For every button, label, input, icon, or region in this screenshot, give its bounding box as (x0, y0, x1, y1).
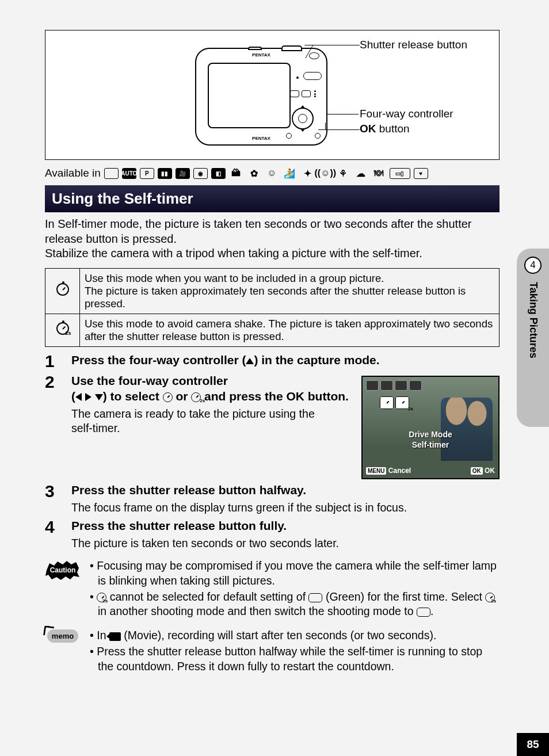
caution-item-1: Focusing may be compromised if you move … (98, 559, 500, 588)
brand-top: PENTAX (252, 52, 270, 58)
brand-bottom: PENTAX (252, 136, 270, 141)
available-in-row: Available in AUTO P ▮▮ 🎥 ◉ ◧ 🏔 ✿ ☺ 🏄 ✦ (… (45, 167, 500, 180)
timer-2s-icon (191, 392, 201, 402)
timer-10s-desc: Use this mode when you want to be includ… (80, 268, 500, 314)
mode-portrait-icon: ☺ (265, 168, 279, 179)
step-4-number: 4 (45, 518, 61, 551)
mode-kids-icon: ⚘ (336, 168, 350, 179)
mode-sr-icon: ((☺)) (318, 168, 333, 179)
page-number: 85 (517, 733, 549, 756)
timer-2s-icon: 2s (45, 314, 80, 346)
intro-text: In Self-timer mode, the picture is taken… (45, 217, 500, 261)
camera-back-diagram: PENTAX PENTAX (195, 48, 327, 146)
mode-landscape-portrait-icon: ◧ (211, 168, 226, 179)
available-label: Available in (45, 167, 101, 180)
mode-flower-icon: ✿ (247, 168, 261, 179)
timer-2s-icon (485, 593, 495, 602)
page-content: PENTAX PENTAX Shutter release button Fou… (45, 30, 500, 675)
lcd-screenshot: Drive Mode Self-timer MENU Cancel OK OK (361, 376, 500, 479)
memo-item-1: In (Movie), recording will start after t… (98, 628, 500, 643)
mode-frame-icon: ▭▯ (390, 168, 410, 179)
movie-icon (109, 632, 121, 641)
callout-ok: OK button (360, 123, 410, 135)
step-3-number: 3 (45, 483, 61, 515)
chapter-title: Taking Pictures (527, 282, 539, 358)
mode-voice-icon: ◉ (193, 168, 208, 179)
caution-item-2: cannot be selected for default setting o… (98, 590, 500, 619)
mode-food-icon: 🍽 (372, 168, 386, 179)
step-4-desc: The picture is taken ten seconds or two … (71, 536, 500, 551)
timer-10s-icon (45, 268, 80, 314)
mode-program-icon: P (140, 168, 154, 179)
left-arrow-icon (75, 393, 82, 401)
steps-list: 1 Press the four-way controller () in th… (45, 353, 500, 551)
mode-pet-icon: ☁ (354, 168, 368, 179)
caution-badge-icon: Caution (45, 559, 81, 620)
camera-illustration: PENTAX PENTAX Shutter release button Fou… (45, 30, 500, 160)
green-mode-icon (417, 608, 430, 617)
step-1-number: 1 (45, 353, 61, 370)
step-4-title: Press the shutter release button fully. (71, 518, 500, 534)
mode-landscape-icon: 🏔 (229, 168, 243, 179)
step-1-title: Press the four-way controller () in the … (71, 353, 500, 368)
memo-item-2: Press the shutter release button halfway… (98, 644, 500, 674)
mode-surf-icon: 🏄 (283, 168, 297, 179)
memo-badge-icon: memo (45, 628, 81, 675)
timer-icon (163, 392, 173, 402)
screen-drive-mode: Drive Mode (363, 430, 498, 439)
ok-text: OK (286, 390, 304, 403)
green-mode-icon (308, 593, 322, 602)
section-heading: Using the Self-timer (45, 185, 500, 212)
screen-menu-cancel: MENU Cancel (366, 467, 411, 475)
step-2-desc: The camera is ready to take the picture … (71, 407, 319, 436)
memo-label: memo (47, 629, 78, 643)
right-arrow-icon (85, 393, 92, 401)
chapter-number: 4 (524, 257, 542, 274)
chapter-tab: 4 Taking Pictures (517, 249, 549, 427)
svg-text:Caution: Caution (50, 566, 76, 574)
step-3-title: Press the shutter release button halfway… (71, 483, 348, 498)
mode-movie-icon: 🎥 (176, 168, 190, 179)
screen-ok-ok: OK OK (471, 467, 495, 475)
mode-digital-sr-icon: ✦ (300, 168, 315, 179)
callout-fourway: Four-way controller (360, 108, 453, 120)
caution-block: Caution Focusing may be compromised if y… (45, 559, 500, 620)
mode-night-icon: ▮▮ (158, 168, 172, 179)
timer-2s-desc: Use this mode to avoid camera shake. The… (80, 314, 500, 346)
up-arrow-icon (246, 358, 254, 364)
timer-2s-icon (97, 593, 106, 602)
callout-shutter: Shutter release button (360, 39, 467, 51)
mode-green-icon (104, 168, 119, 179)
screen-self-timer: Self-timer (363, 440, 498, 449)
timer-modes-table: Use this mode when you want to be includ… (45, 268, 500, 347)
step-3-desc: The focus frame on the display turns gre… (71, 501, 500, 515)
step-2-number: 2 (45, 373, 61, 479)
down-arrow-icon (95, 394, 103, 400)
mode-auto-pict-icon: AUTO (122, 168, 136, 179)
memo-block: memo In (Movie), recording will start af… (45, 628, 500, 675)
mode-heart-icon: ♥ (414, 168, 428, 179)
